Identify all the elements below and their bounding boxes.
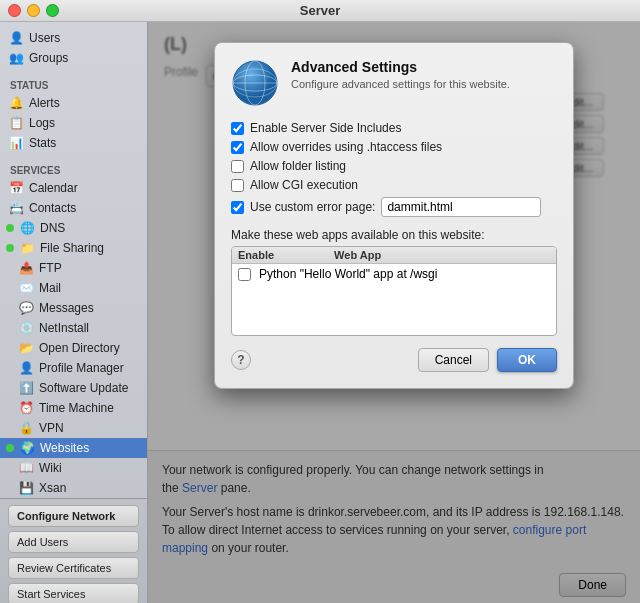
modal-header-text: Advanced Settings Configure advanced set… xyxy=(291,59,510,107)
sidebar-item-vpn[interactable]: 🔒 VPN xyxy=(0,418,147,438)
sidebar-item-file-sharing[interactable]: 📁 File Sharing xyxy=(0,238,147,258)
messages-icon: 💬 xyxy=(18,300,34,316)
alerts-icon: 🔔 xyxy=(8,95,24,111)
server-side-includes-label: Enable Server Side Includes xyxy=(250,121,401,135)
maximize-button[interactable] xyxy=(46,4,59,17)
sidebar-item-messages[interactable]: 💬 Messages xyxy=(0,298,147,318)
content-area: (L) Profile elf-s... Edit... Edit... xyxy=(148,22,640,603)
services-section-label: SERVICES xyxy=(0,159,147,178)
file-sharing-status-dot xyxy=(6,244,14,252)
sidebar-label-open-directory: Open Directory xyxy=(39,341,120,355)
xsan-icon: 💾 xyxy=(18,480,34,496)
htaccess-label: Allow overrides using .htaccess files xyxy=(250,140,442,154)
sidebar-item-alerts[interactable]: 🔔 Alerts xyxy=(0,93,147,113)
configure-network-button[interactable]: Configure Network xyxy=(8,505,139,527)
add-users-button[interactable]: Add Users xyxy=(8,531,139,553)
modal-header: Advanced Settings Configure advanced set… xyxy=(231,59,557,107)
sidebar-label-profile-manager: Profile Manager xyxy=(39,361,124,375)
modal-footer: ? Cancel OK xyxy=(231,348,557,372)
sidebar-item-stats[interactable]: 📊 Stats xyxy=(0,133,147,153)
server-side-includes-row: Enable Server Side Includes xyxy=(231,121,557,135)
window-controls xyxy=(8,4,59,17)
sidebar-item-ftp[interactable]: 📤 FTP xyxy=(0,258,147,278)
minimize-button[interactable] xyxy=(27,4,40,17)
websites-status-dot xyxy=(6,444,14,452)
sidebar-item-wiki[interactable]: 📖 Wiki xyxy=(0,458,147,478)
vpn-icon: 🔒 xyxy=(18,420,34,436)
col-webapp: Web App xyxy=(334,249,381,261)
col-enable: Enable xyxy=(238,249,274,261)
sidebar-item-time-machine[interactable]: ⏰ Time Machine xyxy=(0,398,147,418)
sidebar-item-xsan[interactable]: 💾 Xsan xyxy=(0,478,147,498)
sidebar-item-profile-manager[interactable]: 👤 Profile Manager xyxy=(0,358,147,378)
ok-button[interactable]: OK xyxy=(497,348,557,372)
sidebar-item-groups[interactable]: 👥 Groups xyxy=(0,48,147,68)
sidebar: 👤 Users 👥 Groups STATUS 🔔 Alerts 📋 Logs … xyxy=(0,22,148,603)
sidebar-label-vpn: VPN xyxy=(39,421,64,435)
folder-listing-checkbox[interactable] xyxy=(231,160,244,173)
folder-listing-row: Allow folder listing xyxy=(231,159,557,173)
websites-icon: 🌍 xyxy=(19,440,35,456)
modal-subtitle: Configure advanced settings for this web… xyxy=(291,78,510,90)
sidebar-item-mail[interactable]: ✉️ Mail xyxy=(0,278,147,298)
software-update-icon: ⬆️ xyxy=(18,380,34,396)
time-machine-icon: ⏰ xyxy=(18,400,34,416)
sidebar-item-users[interactable]: 👤 Users xyxy=(0,28,147,48)
modal-title: Advanced Settings xyxy=(291,59,510,75)
webapp-1-label: Python "Hello World" app at /wsgi xyxy=(259,267,437,281)
advanced-settings-modal: Advanced Settings Configure advanced set… xyxy=(214,42,574,389)
footer-buttons: Cancel OK xyxy=(418,348,557,372)
sidebar-label-mail: Mail xyxy=(39,281,61,295)
webapp-row-1: Python "Hello World" app at /wsgi xyxy=(232,264,556,284)
start-services-button[interactable]: Start Services xyxy=(8,583,139,603)
groups-icon: 👥 xyxy=(8,50,24,66)
sidebar-bottom: Configure Network Add Users Review Certi… xyxy=(0,498,147,603)
server-side-includes-checkbox[interactable] xyxy=(231,122,244,135)
sidebar-label-websites: Websites xyxy=(40,441,89,455)
sidebar-item-software-update[interactable]: ⬆️ Software Update xyxy=(0,378,147,398)
sidebar-label-groups: Groups xyxy=(29,51,68,65)
folder-listing-label: Allow folder listing xyxy=(250,159,346,173)
cgi-execution-label: Allow CGI execution xyxy=(250,178,358,192)
webapp-1-checkbox[interactable] xyxy=(238,268,251,281)
cancel-button[interactable]: Cancel xyxy=(418,348,489,372)
sidebar-item-dns[interactable]: 🌐 DNS xyxy=(0,218,147,238)
ftp-icon: 📤 xyxy=(18,260,34,276)
window-title: Server xyxy=(300,3,340,18)
sidebar-label-file-sharing: File Sharing xyxy=(40,241,104,255)
webapp-section-label: Make these web apps available on this we… xyxy=(231,228,557,242)
htaccess-checkbox[interactable] xyxy=(231,141,244,154)
sidebar-label-xsan: Xsan xyxy=(39,481,66,495)
sidebar-label-dns: DNS xyxy=(40,221,65,235)
wiki-icon: 📖 xyxy=(18,460,34,476)
dns-icon: 🌐 xyxy=(19,220,35,236)
sidebar-label-calendar: Calendar xyxy=(29,181,78,195)
sidebar-item-websites[interactable]: 🌍 Websites xyxy=(0,438,147,458)
sidebar-item-open-directory[interactable]: 📂 Open Directory xyxy=(0,338,147,358)
file-sharing-icon: 📁 xyxy=(19,240,35,256)
profile-manager-icon: 👤 xyxy=(18,360,34,376)
sidebar-item-contacts[interactable]: 📇 Contacts xyxy=(0,198,147,218)
custom-error-label: Use custom error page: xyxy=(250,200,375,214)
custom-error-input[interactable] xyxy=(381,197,541,217)
sidebar-label-time-machine: Time Machine xyxy=(39,401,114,415)
custom-error-checkbox[interactable] xyxy=(231,201,244,214)
main-layout: 👤 Users 👥 Groups STATUS 🔔 Alerts 📋 Logs … xyxy=(0,22,640,603)
cgi-execution-checkbox[interactable] xyxy=(231,179,244,192)
help-button[interactable]: ? xyxy=(231,350,251,370)
contacts-icon: 📇 xyxy=(8,200,24,216)
review-certificates-button[interactable]: Review Certificates xyxy=(8,557,139,579)
sidebar-item-logs[interactable]: 📋 Logs xyxy=(0,113,147,133)
open-directory-icon: 📂 xyxy=(18,340,34,356)
modal-body: Enable Server Side Includes Allow overri… xyxy=(231,121,557,336)
sidebar-item-netinstall[interactable]: 💿 NetInstall xyxy=(0,318,147,338)
sidebar-label-stats: Stats xyxy=(29,136,56,150)
cgi-execution-row: Allow CGI execution xyxy=(231,178,557,192)
sidebar-label-wiki: Wiki xyxy=(39,461,62,475)
custom-error-row: Use custom error page: xyxy=(231,197,557,217)
sidebar-label-messages: Messages xyxy=(39,301,94,315)
modal-overlay: Advanced Settings Configure advanced set… xyxy=(148,22,640,603)
netinstall-icon: 💿 xyxy=(18,320,34,336)
sidebar-item-calendar[interactable]: 📅 Calendar xyxy=(0,178,147,198)
close-button[interactable] xyxy=(8,4,21,17)
